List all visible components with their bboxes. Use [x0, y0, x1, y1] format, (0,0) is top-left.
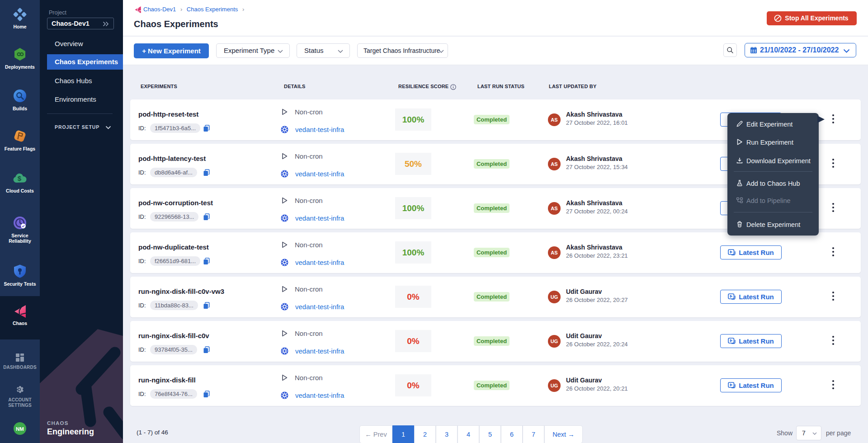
svg-text:$: $: [18, 174, 22, 182]
svg-text:NM: NM: [16, 426, 24, 432]
